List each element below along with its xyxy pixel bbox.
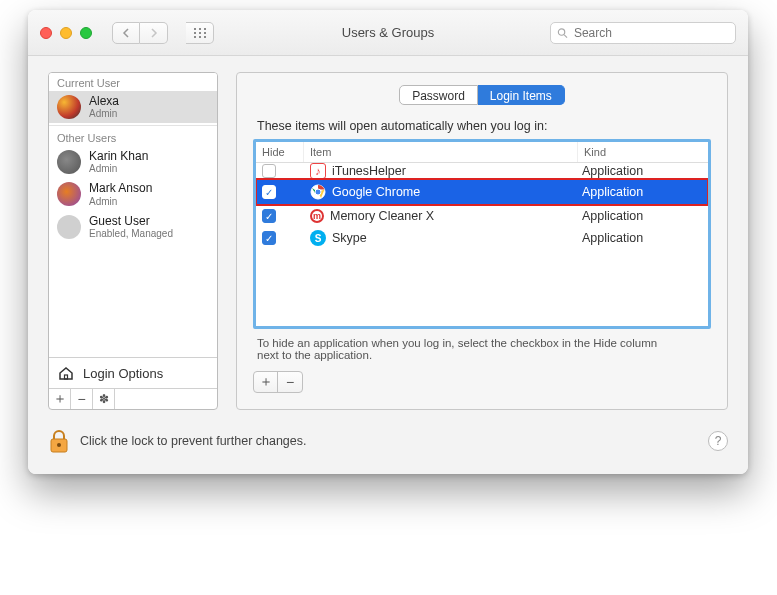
zoom-window-button[interactable] [80,27,92,39]
sidebar-user-current[interactable]: Alexa Admin [49,91,217,123]
svg-rect-0 [194,28,196,30]
svg-rect-3 [194,32,196,34]
hide-checkbox[interactable]: ✓ [262,185,276,199]
lock-icon[interactable] [48,428,70,454]
col-kind[interactable]: Kind [578,142,708,162]
user-name: Karin Khan [89,150,148,163]
table-row[interactable]: ✓ S Skype Application [256,227,708,249]
sidebar-user[interactable]: Mark Anson Admin [49,178,217,210]
chevron-left-icon [122,28,130,38]
avatar [57,95,81,119]
back-button[interactable] [112,22,140,44]
hide-checkbox[interactable]: ✓ [262,231,276,245]
col-item[interactable]: Item [304,142,578,162]
search-field[interactable] [550,22,736,44]
col-hide[interactable]: Hide [256,142,304,162]
user-name: Mark Anson [89,182,152,195]
nav-back-forward [112,22,168,44]
user-role: Admin [89,163,148,174]
show-all-button[interactable] [186,22,214,44]
section-current-user-header: Current User [49,73,217,91]
item-kind: Application [578,185,708,199]
tab-password[interactable]: Password [399,85,478,105]
chevron-right-icon [150,28,158,38]
login-items-table[interactable]: Hide Item Kind ♪ iTunesHelper Applicatio… [253,139,711,329]
add-login-item-button[interactable]: ＋ [254,372,278,392]
house-icon [57,364,75,382]
remove-login-item-button[interactable]: − [278,372,302,392]
svg-point-9 [558,28,564,34]
user-name: Alexa [89,95,119,108]
user-role: Enabled, Managed [89,228,173,239]
item-name: Skype [332,231,367,245]
table-row[interactable]: ✓ m Memory Cleaner X Application [256,205,708,227]
item-kind: Application [578,231,708,245]
window-titlebar: Users & Groups [28,10,748,56]
forward-button[interactable] [140,22,168,44]
item-name: Google Chrome [332,185,420,199]
svg-point-17 [57,443,61,447]
lock-bar: Click the lock to prevent further change… [48,428,728,454]
tab-login-items[interactable]: Login Items [478,85,565,105]
login-items-add-remove: ＋ − [253,371,303,393]
login-options-button[interactable]: Login Options [49,357,217,388]
grid-icon [194,28,206,38]
table-header: Hide Item Kind [256,142,708,163]
remove-user-button[interactable]: − [71,389,93,409]
hide-checkbox[interactable]: ✓ [262,209,276,223]
tab-bar: Password Login Items [253,85,711,105]
close-window-button[interactable] [40,27,52,39]
svg-rect-5 [204,32,206,34]
login-options-label: Login Options [83,366,163,381]
section-other-users-header: Other Users [49,128,217,146]
search-input[interactable] [572,25,729,41]
sidebar-user[interactable]: Karin Khan Admin [49,146,217,178]
svg-rect-2 [204,28,206,30]
app-icon: S [310,230,326,246]
item-name: iTunesHelper [332,164,406,178]
table-row[interactable]: ♪ iTunesHelper Application [256,163,708,179]
avatar [57,150,81,174]
item-name: Memory Cleaner X [330,209,434,223]
item-kind: Application [578,209,708,223]
user-actions-button[interactable]: ✽ [93,389,115,409]
svg-rect-7 [199,36,201,38]
svg-rect-8 [204,36,206,38]
sidebar-footer: ＋ − ✽ [49,388,217,409]
user-role: Admin [89,108,119,119]
search-icon [557,27,568,39]
traffic-lights [40,27,92,39]
hide-checkbox[interactable] [262,164,276,178]
main-panel: Password Login Items These items will op… [236,72,728,410]
item-kind: Application [578,164,708,178]
login-items-instruction: These items will open automatically when… [257,119,711,133]
user-sidebar: Current User Alexa Admin Other Users Kar… [48,72,218,410]
help-button[interactable]: ? [708,431,728,451]
svg-rect-4 [199,32,201,34]
avatar [57,182,81,206]
sidebar-user[interactable]: Guest User Enabled, Managed [49,211,217,243]
app-icon: m [310,209,324,223]
app-icon: ♪ [310,163,326,179]
lock-text: Click the lock to prevent further change… [80,434,307,448]
svg-rect-1 [199,28,201,30]
avatar [57,215,81,239]
svg-line-10 [564,34,567,37]
hide-hint: To hide an application when you log in, … [257,337,677,361]
add-user-button[interactable]: ＋ [49,389,71,409]
user-role: Admin [89,196,152,207]
minimize-window-button[interactable] [60,27,72,39]
table-row[interactable]: ✓ Google Chrome Application [256,179,708,205]
app-icon [310,184,326,200]
user-name: Guest User [89,215,173,228]
chrome-icon [310,184,326,200]
svg-rect-6 [194,36,196,38]
